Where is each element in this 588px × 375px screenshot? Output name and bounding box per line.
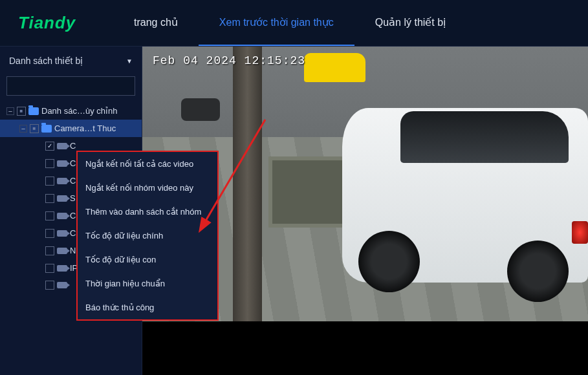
tree-label: C <box>70 211 76 220</box>
sidebar-title: Danh sách thiết bị <box>9 56 83 66</box>
tree-group[interactable]: − Camera…t Thuc <box>0 120 142 137</box>
checkbox[interactable] <box>45 246 54 255</box>
ctx-calibration-time[interactable]: Thời gian hiệu chuẩn <box>78 272 217 295</box>
checkbox[interactable] <box>45 229 54 238</box>
camera-icon <box>57 230 67 237</box>
checkbox[interactable] <box>45 142 54 151</box>
camera-icon <box>57 195 67 202</box>
nav-home[interactable]: trang chủ <box>113 0 199 46</box>
checkbox[interactable] <box>45 281 54 290</box>
brand-logo: Tiandy <box>0 13 113 33</box>
folder-icon <box>41 125 52 133</box>
ctx-add-cut-list[interactable]: Thêm vào danh sách cắt nhóm <box>78 200 217 224</box>
ctx-manual-alarm[interactable]: Báo thức thủ công <box>78 295 217 319</box>
nav-devices[interactable]: Quản lý thiết bị <box>354 0 466 46</box>
ctx-sub-stream[interactable]: Tốc độ dữ liệu con <box>78 248 217 272</box>
camera-icon <box>57 160 67 167</box>
collapse-icon[interactable]: − <box>6 107 14 115</box>
tree-label: C <box>70 141 76 151</box>
camera-icon <box>57 178 67 184</box>
chevron-down-icon: ▼ <box>126 58 133 65</box>
camera-icon <box>57 282 67 288</box>
camera-icon <box>57 248 67 254</box>
tree-label: Camera…t Thuc <box>54 123 116 133</box>
ctx-disconnect-group[interactable]: Ngắt kết nối nhóm video này <box>78 176 217 200</box>
sidebar-dropdown[interactable]: Danh sách thiết bị ▼ <box>0 49 142 72</box>
tree-label: C <box>70 176 76 186</box>
tree-label: S <box>70 193 76 203</box>
tree-label: C <box>70 158 76 168</box>
video-timestamp: Feb 04 2024 12:15:23 <box>153 54 305 67</box>
camera-icon <box>57 213 67 219</box>
checkbox[interactable] <box>45 264 54 273</box>
header: Tiandy trang chủ Xem trước thời gian thự… <box>0 0 588 47</box>
checkbox[interactable] <box>45 211 54 220</box>
camera-icon <box>57 265 67 272</box>
checkbox[interactable] <box>17 107 26 116</box>
checkbox[interactable] <box>45 194 54 203</box>
ctx-disconnect-all[interactable]: Ngắt kết nối tất cả các video <box>78 152 217 176</box>
tree-label: Danh sác…ùy chỉnh <box>41 106 117 116</box>
checkbox[interactable] <box>45 177 54 186</box>
context-menu: Ngắt kết nối tất cả các video Ngắt kết n… <box>76 151 219 321</box>
checkbox[interactable] <box>30 124 39 133</box>
tree-label: C <box>70 228 76 238</box>
nav-realtime[interactable]: Xem trước thời gian thực <box>199 0 354 46</box>
tree-root[interactable]: − Danh sác…ùy chỉnh <box>0 102 142 120</box>
search-input[interactable] <box>6 76 135 96</box>
checkbox[interactable] <box>45 159 54 168</box>
collapse-icon[interactable]: − <box>19 125 27 133</box>
folder-icon <box>28 107 39 115</box>
nav-bar: trang chủ Xem trước thời gian thực Quản … <box>113 0 466 46</box>
video-empty-slot <box>142 321 588 375</box>
ctx-main-stream[interactable]: Tốc độ dữ liệu chính <box>78 224 217 248</box>
camera-icon <box>57 143 67 149</box>
